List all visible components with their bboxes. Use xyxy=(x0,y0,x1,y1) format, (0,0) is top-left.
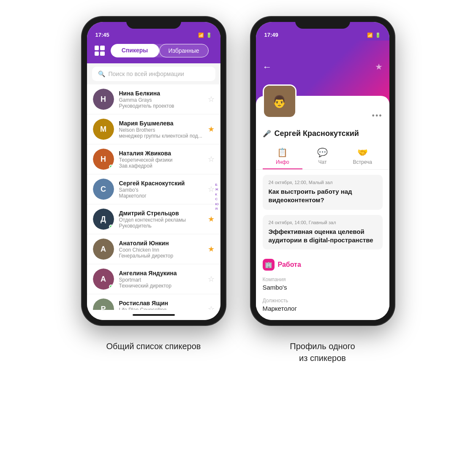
speaker-avatar: А xyxy=(93,269,114,290)
right-phone-label: Профиль одного из спикеров xyxy=(290,340,355,364)
speaker-name: Нина Белкина xyxy=(119,90,208,97)
right-phone-shell: 17:49 📶 🔋 ← ★ 👨 xyxy=(251,17,394,325)
speaker-item[interactable]: С Сергей Краснокутский Sambo's Маркетоло… xyxy=(87,174,220,204)
event-1-title: Как выстроить работу над видеоконтентом? xyxy=(269,187,377,205)
speaker-item[interactable]: Н Наталия Жвикова Теоретической физики З… xyxy=(87,144,220,174)
speaker-avatar: М xyxy=(93,119,114,140)
speakers-container: Н Нина Белкина Gamma Grays Руководитель … xyxy=(87,84,220,310)
speaker-company: Sportmart xyxy=(119,277,208,283)
speaker-name: Мария Бушмелева xyxy=(119,120,208,127)
speaker-name: Ангелина Яндукина xyxy=(119,270,208,277)
right-battery-icon: 🔋 xyxy=(375,33,381,38)
star-icon[interactable]: ☆ xyxy=(208,95,215,104)
speaker-avatar: Н xyxy=(93,89,114,110)
star-icon[interactable]: ★ xyxy=(208,125,215,134)
tab-favorites[interactable]: Избранные xyxy=(159,44,209,57)
speaker-company: Life Plan Counselling xyxy=(119,307,208,310)
company-field: Компания Sambo's xyxy=(256,274,389,295)
speaker-name: Ростислав Ящин xyxy=(119,300,208,307)
speaker-info: Наталия Жвикова Теоретической физики Зав… xyxy=(119,150,208,169)
speaker-item[interactable]: А Ангелина Яндукина Sportmart Технически… xyxy=(87,264,220,294)
avatar-placeholder: Н xyxy=(93,89,114,110)
position-field: Должность Маркетолог xyxy=(256,295,389,316)
speaker-avatar: Д xyxy=(93,209,114,230)
back-button[interactable]: ← xyxy=(263,62,272,73)
grid-menu-icon[interactable] xyxy=(94,45,106,57)
speaker-item[interactable]: М Мария Бушмелева Nelson Brothers менедж… xyxy=(87,114,220,144)
position-label: Должность xyxy=(263,298,383,304)
online-dot xyxy=(109,285,113,289)
left-phone-screen: 17:45 📶 🔋 Спикеры Избранные xyxy=(87,22,220,320)
speaker-avatar: Н xyxy=(93,149,114,170)
speaker-name: Наталия Жвикова xyxy=(119,150,208,157)
speaker-item[interactable]: А Анатолий Юнкин Coon Chicken Inn Генера… xyxy=(87,234,220,264)
work-section-header: 🏢 Работа xyxy=(256,253,389,274)
right-phone-screen: 17:49 📶 🔋 ← ★ 👨 xyxy=(256,22,389,320)
speaker-info: Сергей Краснокутский Sambo's Маркетолог xyxy=(119,180,208,199)
right-phone-section: 17:49 📶 🔋 ← ★ 👨 xyxy=(251,17,394,364)
info-tab-icon: 📋 xyxy=(277,147,288,157)
work-section-icon: 🏢 xyxy=(263,259,275,271)
event-2-title: Эффективная оценка целевой аудитории в d… xyxy=(269,228,377,245)
chat-tab-label: Чат xyxy=(318,159,327,165)
speaker-item[interactable]: Д Дмитрий Стрельцов Отдел контекстной ре… xyxy=(87,204,220,234)
profile-header-bg: ← ★ 👨 xyxy=(256,41,389,108)
left-status-time: 17:45 xyxy=(95,32,109,38)
speaker-name: Дмитрий Стрельцов xyxy=(119,210,208,217)
speaker-info: Анатолий Юнкин Coon Chicken Inn Генераль… xyxy=(119,240,208,259)
star-icon[interactable]: ★ xyxy=(208,214,215,224)
favorite-button[interactable]: ★ xyxy=(375,62,383,72)
star-icon[interactable]: ☆ xyxy=(208,184,215,194)
star-icon[interactable]: ☆ xyxy=(208,304,215,310)
tab-chat[interactable]: 💬 Чат xyxy=(302,143,343,169)
speaker-info: Ростислав Ящин Life Plan Counselling Рук… xyxy=(119,300,208,310)
event-2-meta: 24 октября, 14:00, Главный зал xyxy=(269,220,377,225)
left-phone-shell: 17:45 📶 🔋 Спикеры Избранные xyxy=(82,17,226,325)
chat-tab-icon: 💬 xyxy=(317,147,328,157)
speaker-company: Sambo's xyxy=(119,187,208,193)
tab-info[interactable]: 📋 Инфо xyxy=(263,143,303,169)
speaker-info: Мария Бушмелева Nelson Brothers менеджер… xyxy=(119,120,208,139)
company-value: Sambo's xyxy=(263,284,383,291)
speaker-item[interactable]: Р Ростислав Ящин Life Plan Counselling Р… xyxy=(87,294,220,310)
work-section-title: Работа xyxy=(278,261,301,269)
profile-avatar-placeholder: 👨 xyxy=(264,86,295,117)
left-phone-label: Общий список спикеров xyxy=(106,340,201,352)
speaker-role: менеджер группы клиентской под... xyxy=(119,133,208,139)
meeting-tab-icon: 🤝 xyxy=(357,147,368,157)
speaker-company: Nelson Brothers xyxy=(119,127,208,133)
tab-speakers[interactable]: Спикеры xyxy=(111,44,159,57)
speakers-list: Н Нина Белкина Gamma Grays Руководитель … xyxy=(87,84,220,310)
company-label: Компания xyxy=(263,277,383,282)
tab-meeting[interactable]: 🤝 Встреча xyxy=(343,143,383,169)
speaker-company: Теоретической физики xyxy=(119,157,208,163)
battery-icon: 🔋 xyxy=(206,33,212,38)
speaker-name: Сергей Краснокутский xyxy=(119,180,208,187)
avatar-placeholder: А xyxy=(93,239,114,260)
online-dot xyxy=(109,225,113,229)
speaker-company: Coon Chicken Inn xyxy=(119,247,208,253)
speaker-role: Руководитель проектов xyxy=(119,103,208,109)
personal-section-header: 🪪 Персональная информация xyxy=(256,316,389,320)
info-tab-label: Инфо xyxy=(276,159,289,165)
speaker-role: Маркетолог xyxy=(119,193,208,199)
star-icon[interactable]: ☆ xyxy=(208,155,215,164)
online-dot xyxy=(109,165,113,169)
speaker-role: Генеральный директор xyxy=(119,253,208,259)
avatar-placeholder: Р xyxy=(93,298,114,310)
star-icon[interactable]: ★ xyxy=(208,244,215,254)
right-status-time: 17:49 xyxy=(264,32,278,38)
right-phone-notch xyxy=(295,17,350,29)
left-home-indicator xyxy=(87,310,220,320)
star-icon[interactable]: ☆ xyxy=(208,274,215,284)
speaker-info: Дмитрий Стрельцов Отдел контекстной рекл… xyxy=(119,210,208,229)
profile-name: Сергей Краснокутский xyxy=(275,129,359,138)
speaker-role: Руководитель xyxy=(119,223,208,229)
left-status-icons: 📶 🔋 xyxy=(198,33,212,38)
speaker-info: Ангелина Яндукина Sportmart Технический … xyxy=(119,270,208,289)
speaker-item[interactable]: Н Нина Белкина Gamma Grays Руководитель … xyxy=(87,84,220,114)
speaker-avatar: А xyxy=(93,239,114,260)
search-bar[interactable]: 🔍 Поиск по всей информации xyxy=(92,67,215,81)
search-icon: 🔍 xyxy=(98,71,105,77)
speaker-name: Анатолий Юнкин xyxy=(119,240,208,247)
